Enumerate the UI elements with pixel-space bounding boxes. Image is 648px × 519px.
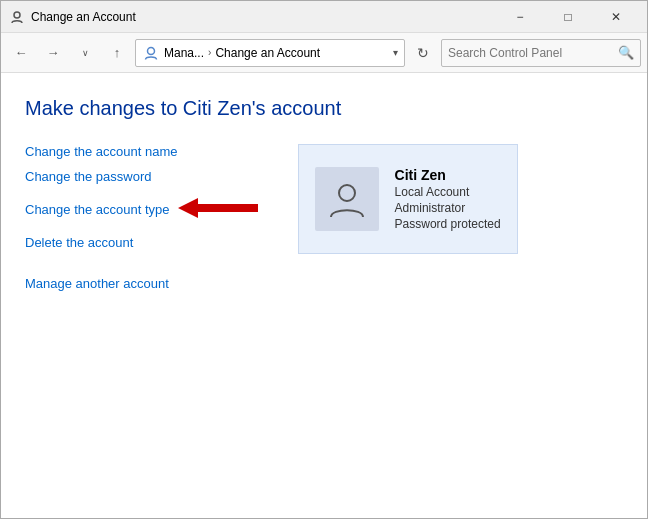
manage-another-link[interactable]: Manage another account [25, 276, 258, 291]
forward-button[interactable]: → [39, 39, 67, 67]
title-bar: Change an Account − □ ✕ [1, 1, 647, 33]
change-type-link[interactable]: Change the account type [25, 202, 170, 217]
content-area: Change the account name Change the passw… [25, 144, 623, 301]
close-button[interactable]: ✕ [593, 1, 639, 33]
change-name-link[interactable]: Change the account name [25, 144, 258, 159]
svg-point-0 [14, 12, 20, 18]
account-card: Citi Zen Local Account Administrator Pas… [298, 144, 518, 254]
navigation-bar: ← → ∨ ↑ Mana... › Change an Account ▾ ↻ … [1, 33, 647, 73]
main-content: Make changes to Citi Zen's account Chang… [1, 73, 647, 518]
address-icon [142, 44, 160, 62]
address-dropdown-btn[interactable]: ▾ [393, 47, 398, 58]
dropdown-button[interactable]: ∨ [71, 39, 99, 67]
account-name: Citi Zen [395, 167, 501, 183]
svg-marker-2 [178, 198, 258, 218]
address-part1: Mana... [164, 46, 204, 60]
address-separator: › [208, 47, 211, 58]
minimize-button[interactable]: − [497, 1, 543, 33]
account-detail-2: Administrator [395, 201, 501, 215]
account-detail-3: Password protected [395, 217, 501, 231]
back-button[interactable]: ← [7, 39, 35, 67]
arrow-indicator [178, 194, 258, 225]
svg-point-1 [148, 47, 155, 54]
delete-account-link[interactable]: Delete the account [25, 235, 258, 250]
address-bar[interactable]: Mana... › Change an Account ▾ [135, 39, 405, 67]
change-password-link[interactable]: Change the password [25, 169, 258, 184]
page-title: Make changes to Citi Zen's account [25, 97, 623, 120]
up-button[interactable]: ↑ [103, 39, 131, 67]
window-controls: − □ ✕ [497, 1, 639, 33]
change-type-row: Change the account type [25, 194, 258, 225]
address-text: Mana... › Change an Account [164, 46, 320, 60]
window-title: Change an Account [31, 10, 497, 24]
account-detail-1: Local Account [395, 185, 501, 199]
refresh-button[interactable]: ↻ [409, 39, 437, 67]
search-icon: 🔍 [618, 45, 634, 60]
search-box[interactable]: 🔍 [441, 39, 641, 67]
left-panel: Change the account name Change the passw… [25, 144, 258, 301]
account-avatar [315, 167, 379, 231]
maximize-button[interactable]: □ [545, 1, 591, 33]
account-info: Citi Zen Local Account Administrator Pas… [395, 167, 501, 231]
window-icon [9, 9, 25, 25]
search-input[interactable] [448, 46, 614, 60]
svg-point-3 [339, 185, 355, 201]
address-part2: Change an Account [215, 46, 320, 60]
